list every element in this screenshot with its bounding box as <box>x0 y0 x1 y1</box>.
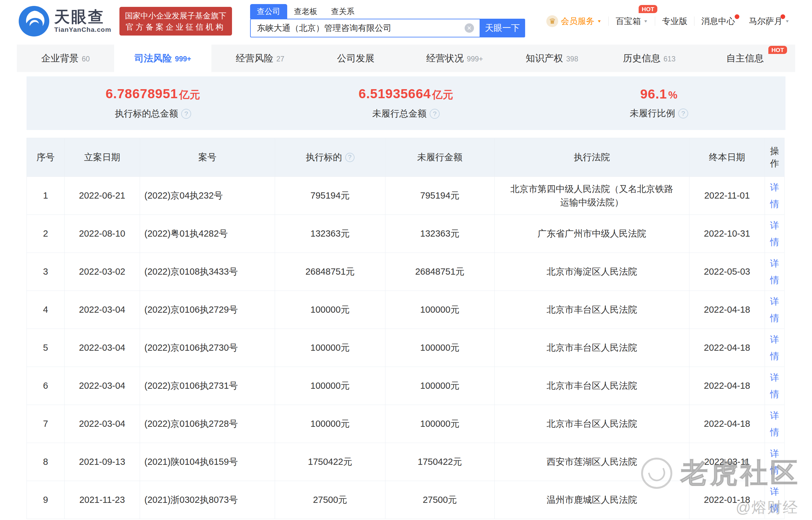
search-tab[interactable]: 查公司 <box>250 4 287 19</box>
cell-action: 详情 <box>765 481 785 519</box>
section-tab[interactable]: 知识产权 398 HOT <box>503 45 601 72</box>
detail-link[interactable]: 详情 <box>769 179 780 212</box>
col-court: 执行法院 <box>494 138 689 177</box>
search-tab[interactable]: 查关系 <box>324 4 361 19</box>
stat-label: 执行标的总金额 ? <box>115 108 191 120</box>
cell-case-number: (2022)京0106执2728号 <box>140 405 275 443</box>
nav-vip-services[interactable]: ♛ 会员服务 ▼ <box>539 15 608 27</box>
cell-action: 详情 <box>765 443 785 481</box>
hot-badge: HOT <box>768 46 787 54</box>
cell-action: 详情 <box>765 291 785 329</box>
cell-execution-target: 100000元 <box>275 329 385 367</box>
table-row: 1 2022-06-21 (2022)京04执232号 795194元 7951… <box>27 177 785 215</box>
cell-execution-target: 1750422元 <box>275 443 385 481</box>
section-tab-label: 司法风险 <box>134 52 172 65</box>
search-area: 查公司 查老板 查关系 × 天眼一下 <box>250 5 525 37</box>
cell-filing-date: 2022-03-04 <box>65 405 140 443</box>
col-action: 操作 <box>765 138 785 177</box>
col-unfulfilled-amount: 未履行金额 <box>385 138 494 177</box>
cell-case-number: (2022)京0106执2731号 <box>140 367 275 405</box>
cell-unfulfilled-amount: 100000元 <box>385 405 494 443</box>
section-tab-label: 企业背景 <box>41 52 79 65</box>
cell-action: 详情 <box>765 177 785 215</box>
pro-label: 专业版 <box>662 16 687 27</box>
section-tab-count: 398 <box>566 55 578 63</box>
cell-unfulfilled-amount: 132363元 <box>385 215 494 253</box>
search-button[interactable]: 天眼一下 <box>480 19 525 37</box>
col-execution-target: 执行标的 ? <box>275 138 385 177</box>
nav-message-center[interactable]: 消息中心 <box>694 16 742 27</box>
cell-filing-date: 2021-11-23 <box>65 481 140 519</box>
section-tab[interactable]: 历史信息 613 HOT <box>601 45 698 72</box>
table-row: 7 2022-03-04 (2022)京0106执2728号 100000元 1… <box>27 405 785 443</box>
cell-seq: 6 <box>27 367 65 405</box>
nav-user-menu[interactable]: 马尔萨月 ▼ <box>742 16 796 27</box>
section-tab[interactable]: 公司发展 HOT <box>309 45 406 72</box>
section-tab-count: 999+ <box>467 55 483 63</box>
tianyancha-logo-icon <box>19 6 49 36</box>
table-row: 5 2022-03-04 (2022)京0106执2730号 100000元 1… <box>27 329 785 367</box>
detail-link[interactable]: 详情 <box>769 445 780 478</box>
cell-case-number: (2021)陕0104执6159号 <box>140 443 275 481</box>
question-help-icon[interactable]: ? <box>181 109 191 119</box>
table-row: 8 2021-09-13 (2021)陕0104执6159号 1750422元 … <box>27 443 785 481</box>
cell-case-number: (2022)京0106执2729号 <box>140 291 275 329</box>
nav-toolbox[interactable]: HOT 百宝箱 ▼ <box>609 16 655 27</box>
section-tab-count: 60 <box>82 55 90 63</box>
top-nav: ♛ 会员服务 ▼ HOT 百宝箱 ▼ 专业版 消息中心 马尔萨月 ▼ <box>539 15 796 27</box>
cell-seq: 9 <box>27 481 65 519</box>
table-row: 2 2022-08-10 (2022)粤01执4282号 132363元 132… <box>27 215 785 253</box>
notification-dot <box>735 14 739 19</box>
cell-seq: 5 <box>27 329 65 367</box>
clear-input-icon[interactable]: × <box>465 23 474 33</box>
cell-unfulfilled-amount: 100000元 <box>385 291 494 329</box>
section-tab[interactable]: 司法风险 999+ HOT <box>114 45 211 72</box>
detail-link[interactable]: 详情 <box>769 217 780 250</box>
detail-link[interactable]: 详情 <box>769 331 780 364</box>
question-help-icon[interactable]: ? <box>430 109 440 119</box>
section-tab-count: 999+ <box>175 55 191 63</box>
messages-label: 消息中心 <box>701 16 735 27</box>
cell-unfulfilled-amount: 26848751元 <box>385 253 494 291</box>
cell-court: 北京市丰台区人民法院 <box>494 291 689 329</box>
detail-link[interactable]: 详情 <box>769 369 780 402</box>
cell-seq: 2 <box>27 215 65 253</box>
detail-link[interactable]: 详情 <box>769 408 780 440</box>
section-tab-label: 自主信息 <box>726 52 764 65</box>
cell-filing-date: 2022-03-04 <box>65 291 140 329</box>
tianyancha-logo[interactable]: 天眼查 TianYanCha.com <box>19 6 111 36</box>
detail-link[interactable]: 详情 <box>769 484 780 516</box>
stat-label: 未履行总金额 ? <box>372 108 440 120</box>
search-tabs: 查公司 查老板 查关系 <box>250 5 525 19</box>
cell-execution-target: 132363元 <box>275 215 385 253</box>
cell-case-number: (2021)浙0302执8073号 <box>140 481 275 519</box>
search-tab[interactable]: 查老板 <box>287 4 324 19</box>
cell-seq: 7 <box>27 405 65 443</box>
cell-end-date: 2022-04-18 <box>689 329 765 367</box>
execution-summary-panel: 6.78678951亿元 执行标的总金额 ? 6.51935664亿元 未履行总… <box>26 76 786 130</box>
question-help-icon[interactable]: ? <box>678 108 688 119</box>
section-tab-label: 知识产权 <box>526 52 563 65</box>
detail-link[interactable]: 详情 <box>769 293 780 326</box>
cell-filing-date: 2022-03-04 <box>65 367 140 405</box>
col-case-number: 案号 <box>140 138 275 177</box>
question-help-icon[interactable]: ? <box>345 153 355 162</box>
cell-execution-target: 100000元 <box>275 291 385 329</box>
summary-stat: 6.78678951亿元 执行标的总金额 ? <box>26 76 279 130</box>
section-tab[interactable]: 企业背景 60 HOT <box>17 45 114 72</box>
detail-link[interactable]: 详情 <box>769 255 780 288</box>
cell-court: 温州市鹿城区人民法院 <box>494 481 689 519</box>
top-header: 天眼查 TianYanCha.com 国家中小企业发展子基金旗下 官方备案企业征… <box>0 0 812 42</box>
gov-badge-line1: 国家中小企业发展子基金旗下 <box>125 10 226 21</box>
section-tab[interactable]: 自主信息 HOT <box>698 45 795 72</box>
section-tab[interactable]: 经营状况 999+ HOT <box>406 45 503 72</box>
cell-execution-target: 100000元 <box>275 405 385 443</box>
nav-pro-version[interactable]: 专业版 <box>655 16 694 27</box>
table-row: 9 2021-11-23 (2021)浙0302执8073号 27500元 27… <box>27 481 785 519</box>
cell-action: 详情 <box>765 405 785 443</box>
section-tab-count: 27 <box>276 55 284 63</box>
cell-court: 广东省广州市中级人民法院 <box>494 215 689 253</box>
cell-court: 北京市丰台区人民法院 <box>494 329 689 367</box>
search-input[interactable] <box>250 19 480 37</box>
section-tab[interactable]: 经营风险 27 HOT <box>211 45 309 72</box>
